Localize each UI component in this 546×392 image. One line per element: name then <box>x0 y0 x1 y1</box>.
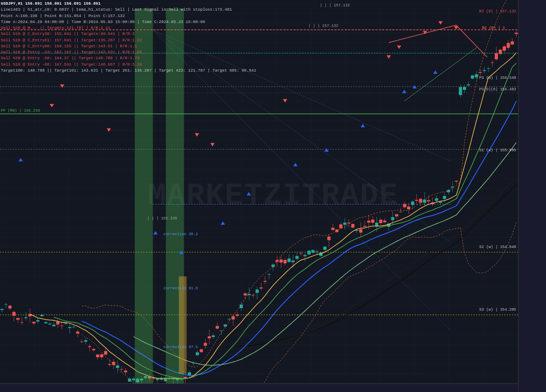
chart-container: MARKETZITRADE USDJPY,H1 156.891 156.891 … <box>0 0 546 392</box>
chart-canvas <box>0 0 546 392</box>
time-axis <box>0 383 518 392</box>
price-axis <box>518 0 546 392</box>
